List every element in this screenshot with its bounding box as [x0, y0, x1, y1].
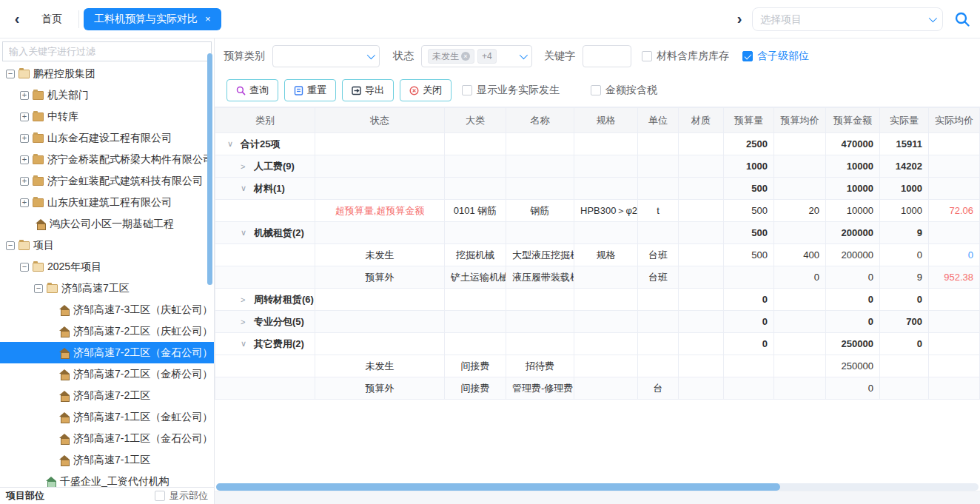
row-caret-icon[interactable] — [241, 295, 249, 304]
row-caret-icon[interactable] — [241, 184, 249, 193]
tree-node-icon — [19, 70, 30, 78]
tree-item[interactable]: 山东金石建设工程有限公司 — [0, 127, 214, 149]
cell-status — [315, 333, 445, 355]
table-header-cell[interactable]: 状态 — [315, 108, 445, 133]
tree-expander-icon[interactable] — [6, 70, 15, 78]
tree-item[interactable]: 济邹高速7-2工区（金石公司） — [0, 342, 214, 363]
tax-included-checkbox-group[interactable]: 金额按含税 — [591, 84, 657, 97]
project-select[interactable] — [752, 7, 943, 31]
row-caret-icon[interactable] — [227, 139, 236, 149]
row-caret-icon[interactable] — [241, 317, 249, 326]
table-header-cell[interactable]: 实际量 — [880, 108, 929, 133]
tree-expander-icon[interactable] — [20, 91, 29, 100]
tree-expander-icon[interactable] — [20, 177, 29, 186]
table-header-cell[interactable]: 实际均价 — [929, 108, 980, 133]
table-row[interactable]: 超预算量,超预算金额 0101 钢筋 钢筋 HPB300＞φ2 t 500 20… — [215, 200, 980, 222]
show-actual-checkbox-group[interactable]: 显示业务实际发生 — [462, 84, 560, 97]
tree-item[interactable]: 济邹高速7-2工区（庆虹公司） — [0, 320, 214, 342]
tree-item[interactable]: 千盛企业_工资代付机构 — [0, 471, 214, 487]
tree-item[interactable]: 中转库 — [0, 106, 214, 127]
close-button[interactable]: 关闭 — [400, 79, 452, 101]
tree-item[interactable]: 济邹高速7-2工区 — [0, 385, 214, 406]
export-button[interactable]: 导出 — [342, 79, 394, 101]
tax-included-checkbox[interactable] — [591, 85, 601, 95]
table-header-cell[interactable]: 规格 — [574, 108, 638, 133]
tab-close-icon[interactable]: × — [205, 13, 211, 24]
table-row[interactable]: 未发生 挖掘机械 大型液压挖掘机 规格 台班 500 400 200000 0 … — [215, 244, 980, 266]
table-row[interactable]: 材料(1) 500 10000 1000 — [215, 178, 980, 200]
tree-item[interactable]: 鸿庆公司小区一期基础工程 — [0, 213, 214, 235]
tree-expander-icon[interactable] — [6, 241, 15, 250]
table-row[interactable]: 机械租赁(2) 500 200000 9 — [215, 222, 980, 244]
table-header-cell[interactable]: 大类 — [445, 108, 506, 133]
tree-item[interactable]: 济邹高速7-1工区（金虹公司） — [0, 406, 214, 428]
tree-item[interactable]: 济邹高速7工区 — [0, 278, 214, 299]
budget-category-select[interactable] — [272, 45, 380, 67]
scrollbar-thumb[interactable] — [216, 483, 780, 491]
chevron-down-icon[interactable] — [367, 51, 375, 59]
table-header-cell[interactable]: 名称 — [506, 108, 574, 133]
material-stock-checkbox[interactable] — [642, 51, 652, 61]
tree-item[interactable]: 项目 — [0, 235, 214, 256]
table-horizontal-scrollbar[interactable] — [216, 483, 979, 491]
tree-expander-icon[interactable] — [20, 155, 29, 164]
tree-expander-icon[interactable] — [20, 263, 29, 272]
table-header-cell[interactable]: 类别 — [215, 108, 315, 133]
tree-item[interactable]: 济邹高速7-1工区（金石公司） — [0, 428, 214, 449]
tab-active-budget-compare[interactable]: 工料机预算与实际对比 × — [84, 8, 221, 30]
include-sub-parts-checkbox[interactable] — [742, 51, 753, 61]
tree-item-label: 济宁金桥装配式桥梁大构件有限公司 — [47, 153, 213, 167]
table-row[interactable]: 周转材租赁(6) 0 0 0 — [215, 289, 980, 311]
search-icon[interactable] — [953, 10, 971, 28]
reset-button[interactable]: 重置 — [284, 79, 336, 101]
table-row[interactable]: 其它费用(2) 0 250000 0 — [215, 333, 980, 355]
row-caret-icon[interactable] — [241, 228, 249, 238]
tree-item[interactable]: 机关部门 — [0, 84, 214, 106]
tree-item[interactable]: 济邹高速7-2工区（金桥公司） — [0, 363, 214, 385]
table-row[interactable]: 专业分包(5) 0 0 700 — [215, 311, 980, 333]
table-row[interactable]: 预算外 间接费 管理费-修理费 台 0 — [215, 377, 980, 400]
query-button[interactable]: 查询 — [226, 79, 278, 101]
sidebar-vertical-scrollbar[interactable] — [207, 53, 212, 285]
tree-item[interactable]: 山东庆虹建筑工程有限公司 — [0, 192, 214, 213]
table-header-cell[interactable]: 预算金额 — [826, 108, 880, 133]
tree-expander-icon[interactable] — [20, 112, 29, 121]
show-actual-checkbox[interactable] — [462, 85, 472, 95]
table-row[interactable]: 合计25项 2500 470000 159 — [215, 133, 980, 155]
tree-item[interactable]: 济邹高速7-1工区 — [0, 449, 214, 471]
tree-expander-icon[interactable] — [34, 284, 43, 293]
back-arrow-icon[interactable]: ‹ — [9, 10, 25, 27]
table-row[interactable]: 未发生 间接费 招待费 250000 — [215, 355, 980, 377]
table-header-cell[interactable]: 预算量 — [724, 108, 774, 133]
project-select-input[interactable] — [760, 13, 924, 25]
tree-filter-input[interactable] — [2, 41, 212, 61]
table-header-cell[interactable]: 单位 — [638, 108, 679, 133]
include-sub-parts-checkbox-group[interactable]: 含子级部位 — [742, 50, 809, 63]
tree-item[interactable]: 鹏程控股集团 — [0, 63, 214, 84]
show-parts-checkbox-group[interactable]: 显示部位 — [155, 489, 208, 503]
table-row[interactable]: 预算外 铲土运输机械 液压履带装载机 台班 0 0 9 952.38 — [215, 266, 980, 289]
tree-expander-icon[interactable] — [20, 198, 29, 207]
tree-item[interactable]: 济宁金桥装配式桥梁大构件有限公司 — [0, 149, 214, 170]
forward-arrow-icon[interactable]: › — [731, 10, 748, 27]
row-caret-icon[interactable] — [241, 339, 249, 349]
status-multiselect[interactable]: 未发生 × +4 — [421, 45, 532, 67]
tag-close-icon[interactable]: × — [461, 52, 470, 61]
chevron-down-icon[interactable] — [520, 51, 528, 59]
show-parts-checkbox[interactable] — [155, 491, 165, 501]
keyword-input[interactable] — [583, 45, 631, 67]
chevron-down-icon[interactable] — [929, 13, 937, 21]
material-stock-checkbox-group[interactable]: 材料含库房库存 — [642, 50, 729, 63]
status-tag-more[interactable]: +4 — [477, 49, 497, 64]
tree-item[interactable]: 济宁金虹装配式建筑科技有限公司 — [0, 170, 214, 192]
status-tag-not-occurred[interactable]: 未发生 × — [428, 49, 474, 64]
tree-item[interactable]: 2025年项目 — [0, 256, 214, 278]
table-row[interactable]: 人工费(9) 1000 10000 142 — [215, 155, 980, 178]
cell-category: 合计25项 — [215, 133, 315, 155]
tree-item[interactable]: 济邹高速7-3工区（庆虹公司） — [0, 299, 214, 320]
table-header-cell[interactable]: 材质 — [679, 108, 724, 133]
table-header-cell[interactable]: 预算均价 — [774, 108, 826, 133]
row-caret-icon[interactable] — [241, 162, 249, 171]
tree-expander-icon[interactable] — [20, 134, 29, 143]
tab-home[interactable]: 首页 — [30, 13, 74, 26]
